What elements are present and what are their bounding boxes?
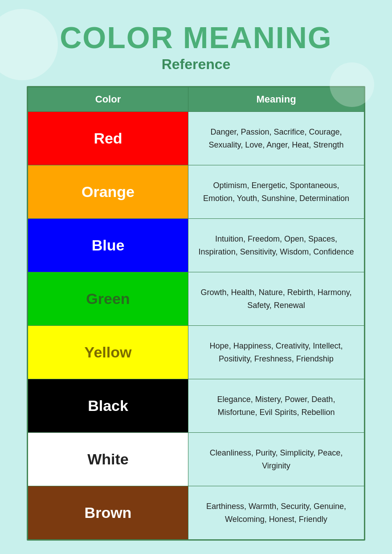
color-cell-red: Red	[28, 112, 188, 165]
table-row: GreenGrowth, Health, Nature, Rebirth, Ha…	[28, 272, 364, 326]
table-row: YellowHope, Happiness, Creativity, Intel…	[28, 326, 364, 379]
color-meaning-table: Color Meaning RedDanger, Passion, Sacrif…	[27, 86, 365, 541]
color-cell-orange: Orange	[28, 165, 188, 219]
table-row: BrownEarthiness, Warmth, Security, Genui…	[28, 486, 364, 540]
color-cell-white: White	[28, 433, 188, 486]
color-cell-blue: Blue	[28, 219, 188, 272]
page-title: COLOR MEANING	[60, 22, 332, 53]
page-subtitle: Reference	[162, 56, 231, 73]
meaning-cell-orange: Optimism, Energetic, Spontaneous, Emotio…	[188, 165, 364, 219]
color-cell-yellow: Yellow	[28, 326, 188, 379]
table-row: WhiteCleanliness, Purity, Simplicity, Pe…	[28, 433, 364, 486]
col-header-meaning: Meaning	[188, 87, 364, 112]
color-cell-black: Black	[28, 379, 188, 433]
table-row: RedDanger, Passion, Sacrifice, Courage, …	[28, 112, 364, 165]
col-header-color: Color	[28, 87, 188, 112]
table-row: BlackElegance, Mistery, Power, Death, Mi…	[28, 379, 364, 433]
meaning-cell-brown: Earthiness, Warmth, Security, Genuine, W…	[188, 486, 364, 540]
meaning-cell-blue: Intuition, Freedom, Open, Spaces, Inspir…	[188, 219, 364, 272]
table-row: BlueIntuition, Freedom, Open, Spaces, In…	[28, 219, 364, 272]
table-row: OrangeOptimism, Energetic, Spontaneous, …	[28, 165, 364, 219]
meaning-cell-white: Cleanliness, Purity, Simplicity, Peace, …	[188, 433, 364, 486]
meaning-cell-yellow: Hope, Happiness, Creativity, Intellect, …	[188, 326, 364, 379]
meaning-cell-green: Growth, Health, Nature, Rebirth, Harmony…	[188, 272, 364, 326]
meaning-cell-black: Elegance, Mistery, Power, Death, Misfort…	[188, 379, 364, 433]
color-cell-brown: Brown	[28, 486, 188, 540]
color-cell-green: Green	[28, 272, 188, 326]
meaning-cell-red: Danger, Passion, Sacrifice, Courage, Sex…	[188, 112, 364, 165]
